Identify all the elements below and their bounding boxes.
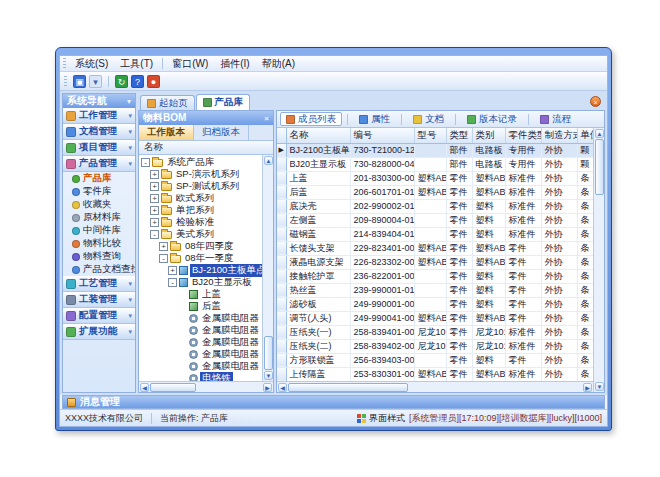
tree-node[interactable]: +SP-测试机系列 [139, 180, 262, 192]
ui-style-button[interactable]: 界面样式 [357, 412, 405, 425]
bom-version-tab[interactable]: 归档版本 [194, 125, 249, 140]
tree-node[interactable]: +BJ-2100主板单点 [139, 264, 262, 276]
table-row[interactable]: ▶BJ-2100主板单点730-T21000-12E部件电路板专用件外协颗 [277, 143, 593, 157]
tree-node[interactable]: 金属膜电阻器 [139, 324, 262, 336]
document-tab[interactable]: 产品库 [196, 94, 251, 110]
scrollbar-thumb[interactable] [264, 336, 273, 370]
tree-node[interactable]: +SP-演示机系列 [139, 168, 262, 180]
message-panel-header[interactable]: 消息管理 [62, 395, 605, 409]
nav-group[interactable]: 工装管理▾ [63, 292, 135, 308]
column-header[interactable]: 类别 [472, 128, 505, 143]
table-row[interactable]: 方形联锁盖256-839403-00E零件塑料零件外协条 [277, 353, 593, 367]
tree-column-header[interactable]: 名称 [139, 141, 273, 155]
document-tab[interactable]: 起始页 [140, 95, 195, 110]
tree-node[interactable]: -08年一季度 [139, 252, 262, 264]
tree-node[interactable]: 电烙铁 [139, 372, 262, 381]
tree-toggle-icon[interactable]: - [168, 278, 177, 287]
menu-item[interactable]: 插件(I) [214, 56, 255, 72]
nav-item[interactable]: 零件库 [63, 185, 135, 198]
column-header[interactable]: 类型 [446, 128, 472, 143]
nav-item[interactable]: 产品库 [63, 172, 135, 185]
tree-node[interactable]: +欧式系列 [139, 192, 262, 204]
tree-node[interactable]: -BJ20主显示板 [139, 276, 262, 288]
scrollbar-thumb[interactable] [288, 383, 408, 392]
table-row[interactable]: 左侧盖209-890004-01E零件塑料标准件外协条 [277, 213, 593, 227]
table-row[interactable]: 接触轮护罩236-822001-00E零件塑料零件外协条 [277, 269, 593, 283]
nav-item[interactable]: 物料查询 [63, 250, 135, 263]
table-row[interactable]: 后盖206-601701-01E塑料ABS零件塑料ABS标准件外协条 [277, 185, 593, 199]
table-horizontal-scrollbar[interactable]: ◀ ▶ [277, 381, 593, 392]
menu-item[interactable]: 窗口(W) [166, 56, 214, 72]
nav-item[interactable]: 产品文档查找 [63, 263, 135, 276]
menu-item[interactable]: 系统(S) [69, 56, 114, 72]
tree-toggle-icon[interactable]: + [150, 206, 159, 215]
tree-node[interactable]: -美式系列 [139, 228, 262, 240]
member-tab[interactable]: 文档 [407, 112, 450, 126]
dropdown-caret-icon[interactable]: ▾ [89, 75, 102, 88]
nav-group[interactable]: 文档管理▾ [63, 124, 135, 140]
table-vertical-scrollbar[interactable]: ▲ ▼ [593, 128, 604, 392]
nav-group[interactable]: 工艺管理▾ [63, 276, 135, 292]
nav-group[interactable]: 产品管理▾ [63, 156, 135, 172]
column-header[interactable]: 单位 [577, 128, 593, 143]
bom-version-tab[interactable]: 工作版本 [139, 125, 194, 140]
table-row[interactable]: 液晶电源支架226-823302-00E塑料ABS零件塑料ABS零件外协条 [277, 255, 593, 269]
tree-toggle-icon[interactable]: - [159, 254, 168, 263]
member-tab[interactable]: 版本记录 [461, 112, 523, 126]
tree-toggle-icon[interactable]: + [150, 218, 159, 227]
exit-icon[interactable]: ● [147, 75, 160, 88]
scroll-up-icon[interactable]: ▲ [264, 156, 273, 165]
scroll-right-icon[interactable]: ▶ [263, 383, 272, 392]
nav-group[interactable]: 项目管理▾ [63, 140, 135, 156]
nav-group[interactable]: 配置管理▾ [63, 308, 135, 324]
nav-panel-header[interactable]: 系统导航 ▾ [63, 94, 135, 108]
tree-toggle-icon[interactable]: - [150, 230, 159, 239]
tree-node[interactable]: +08年四季度 [139, 240, 262, 252]
menu-item[interactable]: 工具(T) [114, 56, 159, 72]
title-bar[interactable] [59, 48, 608, 55]
member-tab[interactable]: 成员列表 [280, 112, 342, 126]
member-tab[interactable]: 属性 [353, 112, 396, 126]
tree-node[interactable]: 金属膜电阻器 [139, 360, 262, 372]
tree-node[interactable]: +单把系列 [139, 204, 262, 216]
close-icon[interactable]: × [264, 114, 269, 123]
menu-item[interactable]: 帮助(A) [256, 56, 301, 72]
nav-item[interactable]: 收藏夹 [63, 198, 135, 211]
table-row[interactable]: 上传隔盖253-830301-00E塑料ABS零件塑料ABS标准件外协条 [277, 367, 593, 381]
tree-horizontal-scrollbar[interactable]: ◀ ▶ [139, 381, 273, 392]
column-header[interactable]: 名称 [286, 128, 350, 143]
nav-item[interactable]: 物料比较 [63, 237, 135, 250]
scroll-left-icon[interactable]: ◀ [140, 383, 149, 392]
chevron-down-icon[interactable]: ▾ [127, 97, 131, 106]
table-row[interactable]: 压纸夹(一)258-839401-00E尼龙1010零件尼龙1010标准件外协条 [277, 325, 593, 339]
refresh-icon[interactable]: ↻ [115, 75, 128, 88]
table-row[interactable]: BJ20主显示板730-828000-04E部件电路板专用件外协颗 [277, 157, 593, 171]
table-row[interactable]: 底决壳202-990002-01E零件塑料标准件外协条 [277, 199, 593, 213]
tree-toggle-icon[interactable]: - [141, 158, 150, 167]
tree-node[interactable]: 金属膜电阻器 [139, 348, 262, 360]
scroll-down-icon[interactable]: ▼ [595, 382, 604, 391]
tree-node[interactable]: 金属膜电阻器 [139, 336, 262, 348]
tree-toggle-icon[interactable]: + [159, 242, 168, 251]
scrollbar-thumb[interactable] [595, 139, 604, 195]
table-row[interactable]: 磁钢盖214-839404-01E零件塑料标准件外协条 [277, 227, 593, 241]
column-header[interactable]: 型号 [414, 128, 446, 143]
tree-node[interactable]: +检验标准 [139, 216, 262, 228]
tree-toggle-icon[interactable]: + [150, 170, 159, 179]
column-header[interactable]: 编号 [350, 128, 414, 143]
scrollbar-thumb[interactable] [150, 383, 196, 392]
column-header[interactable]: 制造方式 [541, 128, 577, 143]
table-row[interactable]: 滤砂板249-990001-00E零件塑料零件外协条 [277, 297, 593, 311]
tree-node[interactable]: 上盖 [139, 288, 262, 300]
nav-item[interactable]: 中间件库 [63, 224, 135, 237]
tree-toggle-icon[interactable]: + [168, 266, 177, 275]
table-row[interactable]: 长馈头支架229-823401-00E塑料ABS零件塑料ABS零件外协条 [277, 241, 593, 255]
member-tab[interactable]: 流程 [534, 112, 577, 126]
window-icon[interactable]: ▣ [73, 75, 86, 88]
help-icon[interactable]: ? [131, 75, 144, 88]
tree-vertical-scrollbar[interactable]: ▲ ▼ [262, 155, 273, 381]
tree-node[interactable]: -系统产品库 [139, 156, 262, 168]
scroll-right-icon[interactable]: ▶ [583, 383, 592, 392]
tree-toggle-icon[interactable]: + [150, 182, 159, 191]
column-header[interactable]: 零件类型 [505, 128, 541, 143]
